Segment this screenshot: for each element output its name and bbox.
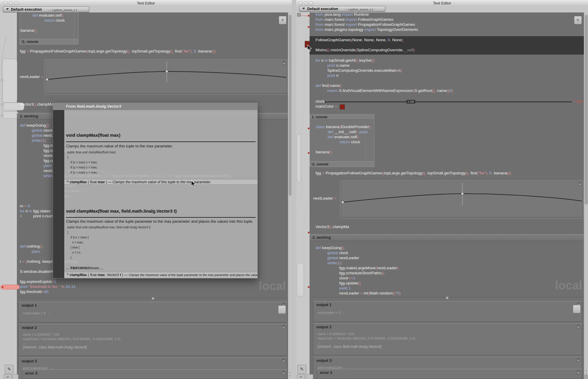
rail-handle[interactable] <box>297 13 301 17</box>
spline-editor-widget[interactable] <box>44 59 288 95</box>
right-scrollbar[interactable]: ▲ ▼ <box>584 12 588 379</box>
code-line-fgg[interactable]: fgg = PropagationFollowGraphGames(topLar… <box>315 171 511 176</box>
rail-node-icon[interactable] <box>1 114 4 117</box>
code-line: def keepGoing(): <box>315 245 582 250</box>
breakpoint-dot[interactable] <box>308 26 310 28</box>
rail-node-icon[interactable] <box>1 79 4 82</box>
spline-curve[interactable] <box>340 181 583 218</box>
left-scrollbar[interactable]: ▲ ▼ <box>288 12 292 379</box>
code-line-fgg[interactable]: fgg = PropagationFollowGraphGames(topLar… <box>20 49 216 54</box>
popup-header: From field.math.linalg.Vector3 <box>53 103 257 110</box>
watermark: local <box>228 279 286 293</box>
lock-icon[interactable] <box>282 360 285 362</box>
left-titlebar[interactable]: Text Editor <box>0 0 292 6</box>
scroll-up-icon[interactable]: ▲ <box>289 371 291 373</box>
control-point <box>166 70 168 73</box>
code-line <box>315 42 415 47</box>
slider-value[interactable]: 0.336 <box>406 100 415 103</box>
remote-code[interactable]: class banana(iDoubleProvider):def __init… <box>316 124 371 155</box>
widget-lock-icon[interactable] <box>578 183 581 186</box>
output1-panel[interactable]: output 1 nextLeader = 0 → <box>18 302 287 322</box>
clock-slider[interactable] <box>325 101 572 102</box>
remote-box-tail[interactable]: def evaluate(self):return clockbanana() … <box>20 12 78 44</box>
lock-icon[interactable] <box>577 326 580 328</box>
code-line-vector3[interactable]: Vector3().clampMa <box>20 102 53 107</box>
execution-marker[interactable] <box>1 285 20 289</box>
control-point <box>461 192 464 195</box>
completion-row-1[interactable]: M clampMax ( float max ) — Clamps the ma… <box>64 179 257 185</box>
code-forblock[interactable]: for n in topSmall.getAll().keySet():prin… <box>315 58 402 78</box>
section-bar-working[interactable]: 2. working <box>310 234 584 241</box>
code-line: fgg.theshold=40 <box>20 289 78 294</box>
remote-box[interactable]: 1. remote class banana(iDoubleProvider):… <box>310 114 374 167</box>
remote-code[interactable]: def evaluate(self):return clockbanana() <box>20 13 65 33</box>
divider-handle[interactable] <box>152 297 154 300</box>
hand-tool-button[interactable]: ✎ <box>5 365 14 374</box>
lock-icon[interactable] <box>577 359 580 362</box>
error3-title: error 3 <box>320 370 332 375</box>
spline-curve[interactable] <box>45 60 288 94</box>
code-line: while(1): <box>315 260 582 265</box>
rail-tab[interactable] <box>2 112 19 119</box>
remote-footer[interactable]: \1. remote <box>310 161 374 167</box>
output2-panel[interactable]: output 2 clock = 0.3360522 * 100 mainCol… <box>313 323 582 355</box>
maincolor-label[interactable]: mainColor = <box>315 104 337 109</box>
scroll-thumb[interactable] <box>289 15 291 196</box>
code-line: nextLeader = <box>20 74 43 79</box>
code-imports[interactable]: from java.lang import Runtimefrom marc.f… <box>315 12 418 32</box>
scroll-up-icon[interactable]: ▲ <box>585 370 587 372</box>
execution-header-tab[interactable]: Default execution — ( python_source_v ) <box>3 7 89 12</box>
breakpoint-dot[interactable] <box>308 15 310 17</box>
autocomplete-doc-popup[interactable]: From field.math.linalg.Vector3 void clam… <box>53 103 258 278</box>
remote-header[interactable]: 1. remote <box>310 114 374 120</box>
collapse-triangle-icon[interactable] <box>302 8 305 9</box>
output1-panel[interactable]: output 1 nextLeader = 0 → <box>313 301 582 322</box>
lock-icon[interactable] <box>282 326 285 329</box>
code-line <box>67 261 150 266</box>
scroll-thumb[interactable] <box>585 15 588 205</box>
rail-tab[interactable] <box>297 134 301 182</box>
output-gear-icon[interactable] <box>278 305 286 314</box>
lock-icon[interactable] <box>282 372 285 375</box>
code-line: return S.findVisualElementWithNameExpres… <box>315 88 453 93</box>
code-line-vector3[interactable]: Vector3().clampMa <box>315 224 349 229</box>
code-line <box>316 144 371 149</box>
error3-panel[interactable]: error 3 <box>317 369 582 379</box>
nextleader-label[interactable]: nextLeader = <box>20 74 43 79</box>
popup-class-name: field.math.linalg.Vector3 <box>77 104 121 109</box>
code-line: def evaluate(self): <box>20 13 65 18</box>
hand-tool-button[interactable]: ✎ <box>297 365 306 374</box>
output-gear-icon[interactable] <box>573 305 581 313</box>
resize-grip-icon[interactable] <box>584 375 588 379</box>
gear-icon[interactable]: ✳ <box>574 16 582 24</box>
divider-handle[interactable] <box>446 297 448 299</box>
execution-header-tab[interactable]: Default execution — ( python_source_v ) <box>299 6 385 12</box>
gear-icon[interactable]: ✳ <box>279 16 286 24</box>
code-darkblock[interactable]: FollowGraphGames(None, None, None, 0, No… <box>315 37 415 52</box>
rail-node-icon[interactable] <box>1 103 4 106</box>
scroll-down-icon[interactable]: ▼ <box>289 375 291 377</box>
breakpoint-dot[interactable] <box>308 286 310 288</box>
aux-button[interactable] <box>306 374 314 379</box>
error3-panel[interactable]: error 3 <box>22 370 287 379</box>
return-button[interactable]: ↩ <box>4 374 12 379</box>
code-findblock[interactable]: def find(name):return S.findVisualElemen… <box>315 83 453 93</box>
lock-icon[interactable] <box>577 371 580 374</box>
right-titlebar[interactable]: Text Editor <box>296 0 588 6</box>
output2-panel[interactable]: output 2 clock = 0.3360522 * 100 mainCol… <box>18 324 287 356</box>
code-line: fgg.exploreExploit=1 <box>20 279 78 284</box>
return-button[interactable]: ↩ <box>297 374 305 379</box>
collapse-triangle-icon[interactable] <box>6 8 9 10</box>
code-line: def __init__(self): pass <box>316 129 371 134</box>
color-swatch[interactable] <box>340 104 345 109</box>
breakpoint-dot[interactable] <box>308 232 310 233</box>
completion-row-2[interactable]: M clampMax ( float max, Vector3 t ) — Cl… <box>64 272 257 278</box>
output1-line: nextLeader = 0 → <box>318 311 346 314</box>
nextleader-label[interactable]: nextLeader = <box>313 196 337 201</box>
widget-lock-icon[interactable] <box>283 62 286 65</box>
mouse-cursor-icon <box>307 44 313 52</box>
spline-editor-widget[interactable] <box>340 180 584 219</box>
remote-footer[interactable]: \1. remote <box>20 39 78 44</box>
rail-tab[interactable] <box>2 59 17 103</box>
rail-tab[interactable] <box>297 263 304 297</box>
